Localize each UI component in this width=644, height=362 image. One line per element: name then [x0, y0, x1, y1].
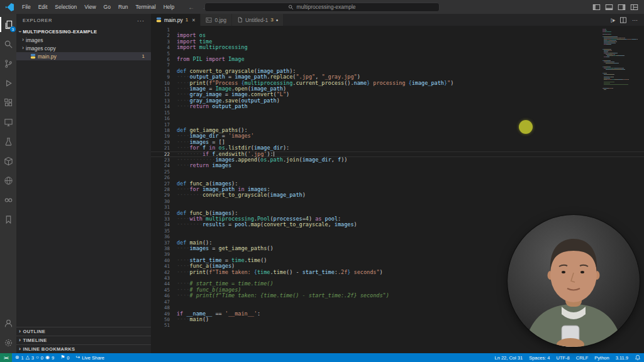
share-icon: ↪	[75, 355, 80, 360]
problems-indicator[interactable]: ⊗ 1 △ 3 ○ 0 ◉ 9	[12, 353, 57, 362]
flag-icon: ⚑	[60, 355, 65, 360]
encoding[interactable]: UTF-8	[553, 353, 573, 362]
indentation[interactable]: Spaces: 4	[526, 353, 553, 362]
tab-0-jpg[interactable]: 0.jpg	[201, 14, 231, 26]
file-icon	[237, 17, 243, 23]
back-icon[interactable]: ←	[188, 4, 194, 11]
bookmarks-icon[interactable]	[0, 212, 16, 227]
code-line[interactable]: 4import multiprocessing	[151, 45, 644, 50]
remote-icon: ><	[4, 355, 8, 361]
target-icon: ◉	[45, 355, 50, 360]
live-share-globe-icon[interactable]	[0, 173, 16, 188]
tree-item-main-py[interactable]: main.py 1	[16, 52, 151, 60]
vscode-window: File Edit Selection View Go Run Terminal…	[0, 0, 644, 362]
code-line[interactable]: 6from PIL import Image	[151, 57, 644, 62]
activity-bar: 3	[0, 14, 16, 353]
panel-left-icon[interactable]	[592, 3, 601, 11]
tree-item-images-copy[interactable]: › images copy	[16, 44, 151, 52]
tab-main-py[interactable]: main.py 1 ×	[151, 14, 201, 26]
tab-label: Untitled-1	[245, 17, 268, 23]
editor-more-icon[interactable]: ···	[632, 17, 638, 23]
testing-icon[interactable]	[0, 134, 16, 149]
remote-indicator[interactable]: ><	[0, 353, 12, 362]
menu-help[interactable]: Help	[160, 0, 178, 14]
eol-sequence[interactable]: CRLF	[573, 353, 592, 362]
menu-file[interactable]: File	[18, 0, 35, 14]
code-line[interactable]: 2import os	[151, 33, 644, 38]
folder-label: images	[26, 37, 43, 43]
explorer-icon[interactable]: 3	[0, 17, 16, 32]
run-debug-icon[interactable]	[0, 75, 16, 90]
encoding-label: UTF-8	[557, 355, 570, 361]
text-cursor	[274, 151, 274, 156]
language-label: Python	[594, 355, 609, 361]
tab-label: main.py	[164, 17, 183, 23]
notifications-bell[interactable]	[631, 353, 644, 362]
tree-root-folder[interactable]: › MULTIPROCESSING-EXAMPLE	[16, 27, 151, 36]
language-mode[interactable]: Python	[591, 353, 612, 362]
code-line[interactable]: 16	[151, 116, 644, 121]
layout-icon[interactable]	[630, 3, 638, 11]
section-inline-bookmarks[interactable]: › INLINE BOOKMARKS	[16, 344, 151, 353]
explorer-more-icon[interactable]: ···	[137, 18, 145, 24]
section-outline[interactable]: › OUTLINE	[16, 327, 151, 336]
section-label: TIMELINE	[23, 337, 47, 343]
sidebar-title: EXPLORER	[23, 18, 52, 23]
chevron-right-icon: ›	[19, 337, 21, 343]
code-line[interactable]: 29········convert_to_grayscale(image_pat…	[151, 192, 644, 198]
live-share-button[interactable]: ↪ Live Share	[72, 353, 108, 362]
tree-item-images[interactable]: › images	[16, 36, 151, 44]
python-interpreter[interactable]: 3.11.9	[613, 353, 631, 362]
menu-go[interactable]: Go	[100, 0, 114, 14]
explorer-badge: 3	[10, 26, 16, 32]
title-bar: File Edit Selection View Go Run Terminal…	[0, 0, 644, 14]
close-icon[interactable]: ×	[192, 17, 195, 23]
error-count: 1	[21, 355, 23, 361]
code-line[interactable]: 25	[151, 169, 644, 175]
source-control-icon[interactable]	[0, 56, 16, 71]
infinity-icon[interactable]	[0, 192, 16, 207]
chevron-down-icon: ›	[17, 30, 23, 32]
extensions-icon[interactable]	[0, 95, 16, 110]
line-col-label: Ln 22, Col 31	[495, 355, 523, 361]
circle-icon: ○	[36, 355, 39, 360]
warning-count: 3	[31, 355, 34, 361]
code-line[interactable]: 15	[151, 110, 644, 116]
count-b: 9	[52, 355, 54, 361]
menu-selection[interactable]: Selection	[51, 0, 80, 14]
menu-view[interactable]: View	[80, 0, 99, 14]
remote-explorer-icon[interactable]	[0, 114, 16, 129]
cursor-position[interactable]: Ln 22, Col 31	[492, 353, 526, 362]
minimap[interactable]	[602, 28, 641, 92]
bell-icon	[635, 354, 641, 361]
code-line[interactable]: 24····return images	[151, 163, 644, 168]
command-center-search[interactable]: multiprocessing-example	[204, 3, 440, 12]
code-line[interactable]: 14····return output_path	[151, 104, 644, 109]
bookmarks-status[interactable]: ⚑ 0	[57, 353, 72, 362]
root-folder-label: MULTIPROCESSING-EXAMPLE	[23, 29, 97, 35]
menu-edit[interactable]: Edit	[35, 0, 52, 14]
menu-terminal[interactable]: Terminal	[132, 0, 160, 14]
section-timeline[interactable]: › TIMELINE	[16, 336, 151, 344]
run-button[interactable]: ▷▾	[611, 17, 614, 23]
panel-right-icon[interactable]	[618, 3, 626, 11]
search-sidebar-icon[interactable]	[0, 36, 16, 52]
tab-problem-badge: 3	[270, 17, 273, 23]
menu-run[interactable]: Run	[114, 0, 132, 14]
split-editor-icon[interactable]	[619, 16, 627, 24]
package-icon[interactable]	[0, 153, 16, 168]
code-line[interactable]: 30	[151, 199, 644, 204]
tab-label: 0.jpg	[214, 17, 226, 23]
warning-icon: △	[26, 355, 30, 360]
count-a: 0	[41, 355, 43, 361]
dirty-dot-icon[interactable]: ●	[276, 18, 279, 22]
code-line[interactable]: 1	[151, 27, 644, 33]
section-label: OUTLINE	[23, 329, 45, 334]
panel-bottom-icon[interactable]	[605, 3, 613, 11]
account-icon[interactable]	[0, 315, 16, 331]
tab-untitled-1[interactable]: Untitled-1 3 ●	[232, 14, 284, 26]
settings-gear-icon[interactable]	[0, 335, 16, 350]
error-icon: ⊗	[15, 355, 19, 360]
file-label: main.py	[38, 53, 57, 60]
caret-down-icon: ▾	[612, 18, 614, 23]
